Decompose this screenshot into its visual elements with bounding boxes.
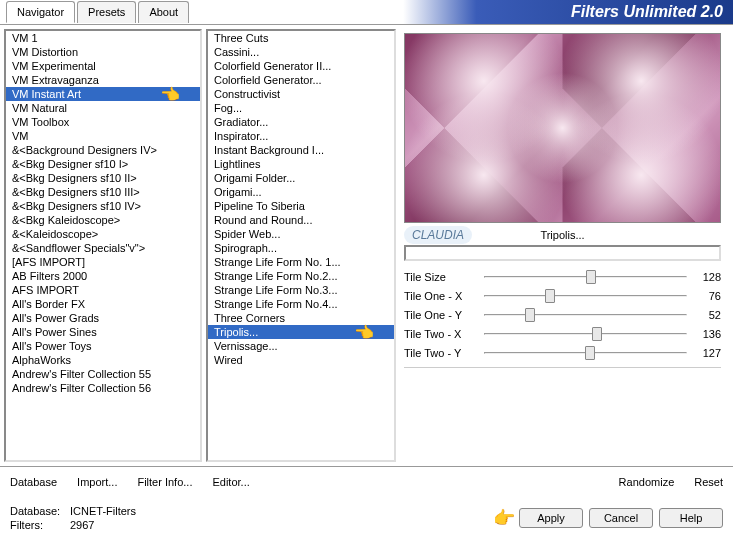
slider-row: Tile Two - X136 xyxy=(404,324,721,343)
navigator-item[interactable]: All's Power Sines xyxy=(6,325,200,339)
navigator-item[interactable]: AFS IMPORT xyxy=(6,283,200,297)
navigator-item[interactable]: VM Experimental xyxy=(6,59,200,73)
navigator-item[interactable]: All's Power Grads xyxy=(6,311,200,325)
tab-about[interactable]: About xyxy=(138,1,189,23)
slider-track[interactable] xyxy=(484,306,687,324)
database-value: ICNET-Filters xyxy=(70,505,136,517)
current-filter-name: Tripolis... xyxy=(540,229,584,241)
editor-button[interactable]: Editor... xyxy=(212,476,249,488)
navigator-item[interactable]: &<Bkg Designer sf10 I> xyxy=(6,157,200,171)
tab-navigator[interactable]: Navigator xyxy=(6,1,75,23)
filter-item[interactable]: Origami Folder... xyxy=(208,171,394,185)
watermark-badge: CLAUDIA xyxy=(404,226,472,244)
navigator-item[interactable]: VM xyxy=(6,129,200,143)
slider-track[interactable] xyxy=(484,344,687,362)
slider-value: 128 xyxy=(691,271,721,283)
navigator-item[interactable]: VM Toolbox xyxy=(6,115,200,129)
hand-pointer-icon: 👉 xyxy=(493,507,515,529)
navigator-item[interactable]: &<Bkg Designers sf10 III> xyxy=(6,185,200,199)
filter-item[interactable]: Gradiator... xyxy=(208,115,394,129)
filter-item[interactable]: Strange Life Form No. 1... xyxy=(208,255,394,269)
cancel-button[interactable]: Cancel xyxy=(589,508,653,528)
main-area: VM 1VM DistortionVM ExperimentalVM Extra… xyxy=(0,24,733,466)
navigator-item[interactable]: VM Distortion xyxy=(6,45,200,59)
slider-value: 52 xyxy=(691,309,721,321)
filter-item[interactable]: Lightlines xyxy=(208,157,394,171)
slider-row: Tile One - X76 xyxy=(404,286,721,305)
bottom-toolbar: Database Import... Filter Info... Editor… xyxy=(0,466,733,496)
reset-button[interactable]: Reset xyxy=(694,476,723,488)
slider-row: Tile Size128 xyxy=(404,267,721,286)
navigator-item[interactable]: AlphaWorks xyxy=(6,353,200,367)
filter-item[interactable]: Colorfield Generator II... xyxy=(208,59,394,73)
tab-presets[interactable]: Presets xyxy=(77,1,136,23)
navigator-item[interactable]: &<Kaleidoscope> xyxy=(6,227,200,241)
filter-item[interactable]: Fog... xyxy=(208,101,394,115)
navigator-item[interactable]: [AFS IMPORT] xyxy=(6,255,200,269)
slider-thumb[interactable] xyxy=(592,327,602,341)
filter-item[interactable]: Tripolis...👈 xyxy=(208,325,394,339)
filter-item[interactable]: Constructivist xyxy=(208,87,394,101)
app-title: Filters Unlimited 2.0 xyxy=(571,3,723,21)
filter-item[interactable]: Three Cuts xyxy=(208,31,394,45)
randomize-button[interactable]: Randomize xyxy=(619,476,675,488)
navigator-item[interactable]: Andrew's Filter Collection 56 xyxy=(6,381,200,395)
slider-track[interactable] xyxy=(484,325,687,343)
slider-row: Tile One - Y52 xyxy=(404,305,721,324)
slider-thumb[interactable] xyxy=(585,346,595,360)
filter-item[interactable]: Strange Life Form No.4... xyxy=(208,297,394,311)
database-label: Database: xyxy=(10,505,64,517)
slider-track[interactable] xyxy=(484,268,687,286)
navigator-item[interactable]: VM Natural xyxy=(6,101,200,115)
filter-item[interactable]: Inspirator... xyxy=(208,129,394,143)
slider-label: Tile One - X xyxy=(404,290,480,302)
filter-item[interactable]: Spirograph... xyxy=(208,241,394,255)
navigator-item[interactable]: &<Sandflower Specials"v"> xyxy=(6,241,200,255)
help-button[interactable]: Help xyxy=(659,508,723,528)
filter-item[interactable]: Spider Web... xyxy=(208,227,394,241)
navigator-item[interactable]: &<Background Designers IV> xyxy=(6,143,200,157)
navigator-item[interactable]: All's Border FX xyxy=(6,297,200,311)
filter-name-row: CLAUDIA Tripolis... xyxy=(404,229,721,241)
navigator-item[interactable]: VM Instant Art👈 xyxy=(6,87,200,101)
slider-label: Tile Two - X xyxy=(404,328,480,340)
filter-item[interactable]: Round and Round... xyxy=(208,213,394,227)
slider-track[interactable] xyxy=(484,287,687,305)
navigator-list[interactable]: VM 1VM DistortionVM ExperimentalVM Extra… xyxy=(4,29,202,462)
filter-item[interactable]: Cassini... xyxy=(208,45,394,59)
slider-thumb[interactable] xyxy=(525,308,535,322)
filter-item[interactable]: Instant Background I... xyxy=(208,143,394,157)
filter-list[interactable]: Three CutsCassini...Colorfield Generator… xyxy=(206,29,396,462)
progress-bar xyxy=(404,245,721,261)
filter-item[interactable]: Wired xyxy=(208,353,394,367)
filter-item[interactable]: Strange Life Form No.3... xyxy=(208,283,394,297)
navigator-item[interactable]: &<Bkg Designers sf10 IV> xyxy=(6,199,200,213)
slider-divider xyxy=(404,366,721,368)
slider-value: 127 xyxy=(691,347,721,359)
preview-image xyxy=(404,33,721,223)
preview-panel: CLAUDIA Tripolis... Tile Size128Tile One… xyxy=(400,29,729,462)
slider-row: Tile Two - Y127 xyxy=(404,343,721,362)
filter-item[interactable]: Origami... xyxy=(208,185,394,199)
filter-item[interactable]: Vernissage... xyxy=(208,339,394,353)
navigator-item[interactable]: VM 1 xyxy=(6,31,200,45)
navigator-item[interactable]: All's Power Toys xyxy=(6,339,200,353)
slider-label: Tile One - Y xyxy=(404,309,480,321)
navigator-item[interactable]: AB Filters 2000 xyxy=(6,269,200,283)
filter-item[interactable]: Strange Life Form No.2... xyxy=(208,269,394,283)
filter-item[interactable]: Colorfield Generator... xyxy=(208,73,394,87)
navigator-item[interactable]: Andrew's Filter Collection 55 xyxy=(6,367,200,381)
slider-value: 136 xyxy=(691,328,721,340)
empty-slider-slot xyxy=(404,372,721,390)
slider-thumb[interactable] xyxy=(545,289,555,303)
navigator-item[interactable]: &<Bkg Designers sf10 II> xyxy=(6,171,200,185)
slider-thumb[interactable] xyxy=(586,270,596,284)
filter-info-button[interactable]: Filter Info... xyxy=(137,476,192,488)
import-button[interactable]: Import... xyxy=(77,476,117,488)
database-button[interactable]: Database xyxy=(10,476,57,488)
apply-button[interactable]: Apply xyxy=(519,508,583,528)
slider-label: Tile Size xyxy=(404,271,480,283)
header-bar: Navigator Presets About Filters Unlimite… xyxy=(0,0,733,24)
navigator-item[interactable]: &<Bkg Kaleidoscope> xyxy=(6,213,200,227)
filter-item[interactable]: Pipeline To Siberia xyxy=(208,199,394,213)
